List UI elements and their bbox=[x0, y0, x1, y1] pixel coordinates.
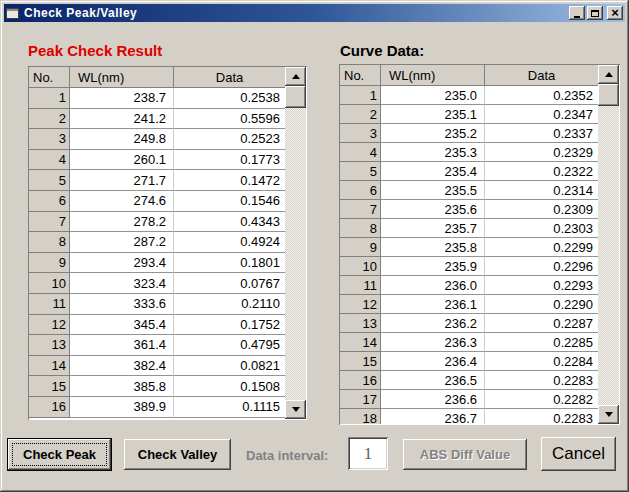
row-number-cell: 6 bbox=[29, 191, 70, 212]
table-row: 12236.10.2290 bbox=[340, 295, 598, 314]
data-value-cell: 0.1546 bbox=[174, 191, 285, 212]
wavelength-cell: 271.7 bbox=[70, 170, 174, 191]
data-value-cell: 0.2287 bbox=[485, 314, 598, 333]
scroll-up-button[interactable] bbox=[285, 67, 306, 86]
data-value-cell: 0.0821 bbox=[174, 356, 285, 377]
table-row: 17236.60.2282 bbox=[340, 390, 598, 409]
scroll-up-icon bbox=[605, 72, 613, 77]
scrollbar-track[interactable] bbox=[285, 86, 306, 400]
scroll-thumb[interactable] bbox=[285, 86, 306, 108]
row-number-cell: 6 bbox=[340, 181, 381, 200]
table-row: 18236.70.2283 bbox=[340, 409, 598, 424]
data-value-cell: 0.2337 bbox=[485, 124, 598, 143]
scrollbar-track[interactable] bbox=[598, 84, 619, 405]
wavelength-cell: 274.6 bbox=[70, 191, 174, 212]
wavelength-cell: 236.5 bbox=[381, 371, 485, 390]
row-number-cell: 10 bbox=[340, 257, 381, 276]
row-number-cell: 10 bbox=[29, 273, 70, 294]
wavelength-cell: 235.2 bbox=[381, 124, 485, 143]
wavelength-cell: 235.9 bbox=[381, 257, 485, 276]
data-value-cell: 0.2352 bbox=[485, 86, 598, 105]
table-row: 8235.70.2303 bbox=[340, 219, 598, 238]
cancel-button[interactable]: Cancel bbox=[541, 437, 616, 471]
maximize-button[interactable] bbox=[587, 6, 603, 20]
peak-result-scrollbar[interactable] bbox=[285, 67, 306, 419]
row-number-cell: 9 bbox=[29, 253, 70, 274]
abs-diff-value-button: ABS Diff Value bbox=[403, 439, 527, 470]
data-value-cell: 0.2523 bbox=[174, 129, 285, 150]
row-number-cell: 9 bbox=[340, 238, 381, 257]
row-number-cell: 5 bbox=[29, 170, 70, 191]
wavelength-cell: 278.2 bbox=[70, 212, 174, 233]
row-number-cell: 16 bbox=[29, 397, 70, 418]
table-header: No. WL(nm) Data bbox=[340, 65, 598, 86]
data-value-cell: 0.2285 bbox=[485, 333, 598, 352]
row-number-cell: 14 bbox=[340, 333, 381, 352]
data-value-cell: 0.1472 bbox=[174, 170, 285, 191]
window-title: Check Peak/Valley bbox=[24, 6, 567, 20]
wavelength-cell: 389.9 bbox=[70, 397, 174, 418]
data-value-cell: 0.2283 bbox=[485, 371, 598, 390]
column-header-no: No. bbox=[340, 65, 381, 86]
table-row: 13361.40.4795 bbox=[29, 335, 285, 356]
data-value-cell: 0.4343 bbox=[174, 212, 285, 233]
data-value-cell: 0.2284 bbox=[485, 352, 598, 371]
curve-data-scrollbar[interactable] bbox=[598, 65, 619, 424]
wavelength-cell: 235.8 bbox=[381, 238, 485, 257]
row-number-cell: 4 bbox=[340, 143, 381, 162]
wavelength-cell: 236.2 bbox=[381, 314, 485, 333]
row-number-cell: 7 bbox=[340, 200, 381, 219]
row-number-cell: 11 bbox=[340, 276, 381, 295]
row-number-cell: 11 bbox=[29, 294, 70, 315]
table-row: 1238.70.2538 bbox=[29, 88, 285, 109]
data-value-cell: 0.0767 bbox=[174, 273, 285, 294]
scroll-down-button[interactable] bbox=[285, 400, 306, 419]
table-row: 16389.90.1115 bbox=[29, 397, 285, 418]
row-number-cell: 5 bbox=[340, 162, 381, 181]
scroll-thumb[interactable] bbox=[598, 84, 619, 106]
scroll-down-icon bbox=[605, 412, 613, 417]
row-number-cell: 3 bbox=[340, 124, 381, 143]
table-row: 16236.50.2283 bbox=[340, 371, 598, 390]
table-row: 11236.00.2293 bbox=[340, 276, 598, 295]
data-value-cell: 0.2303 bbox=[485, 219, 598, 238]
table-row: 9235.80.2299 bbox=[340, 238, 598, 257]
data-value-cell: 0.2296 bbox=[485, 257, 598, 276]
scroll-down-button[interactable] bbox=[598, 405, 619, 424]
table-row: 15236.40.2284 bbox=[340, 352, 598, 371]
data-value-cell: 0.2290 bbox=[485, 295, 598, 314]
row-number-cell: 15 bbox=[340, 352, 381, 371]
table-row: 7235.60.2309 bbox=[340, 200, 598, 219]
check-valley-button[interactable]: Check Valley bbox=[124, 439, 231, 470]
scroll-down-icon bbox=[292, 407, 300, 412]
table-row: 8287.20.4924 bbox=[29, 232, 285, 253]
close-icon: × bbox=[611, 7, 619, 19]
wavelength-cell: 238.7 bbox=[70, 88, 174, 109]
wavelength-cell: 293.4 bbox=[70, 253, 174, 274]
row-number-cell: 4 bbox=[29, 150, 70, 171]
scroll-up-button[interactable] bbox=[598, 65, 619, 84]
wavelength-cell: 236.0 bbox=[381, 276, 485, 295]
data-value-cell: 0.1801 bbox=[174, 253, 285, 274]
minimize-button[interactable] bbox=[569, 6, 585, 20]
close-button[interactable]: × bbox=[607, 6, 623, 20]
check-peak-button[interactable]: Check Peak bbox=[7, 438, 112, 471]
dialog-window: Check Peak/Valley × Peak Check Result Cu… bbox=[0, 0, 629, 492]
wavelength-cell: 323.4 bbox=[70, 273, 174, 294]
data-value-cell: 0.4795 bbox=[174, 335, 285, 356]
wavelength-cell: 235.5 bbox=[381, 181, 485, 200]
table-row: 13236.20.2287 bbox=[340, 314, 598, 333]
data-interval-input[interactable] bbox=[348, 437, 388, 470]
row-number-cell: 1 bbox=[29, 88, 70, 109]
wavelength-cell: 382.4 bbox=[70, 356, 174, 377]
table-row: 2235.10.2347 bbox=[340, 105, 598, 124]
minimize-icon bbox=[574, 16, 580, 18]
row-number-cell: 18 bbox=[340, 409, 381, 424]
data-value-cell: 0.4924 bbox=[174, 232, 285, 253]
table-row: 7278.20.4343 bbox=[29, 212, 285, 233]
wavelength-cell: 235.7 bbox=[381, 219, 485, 238]
wavelength-cell: 385.8 bbox=[70, 376, 174, 397]
wavelength-cell: 249.8 bbox=[70, 129, 174, 150]
table-row: 4260.10.1773 bbox=[29, 150, 285, 171]
data-value-cell: 0.2309 bbox=[485, 200, 598, 219]
